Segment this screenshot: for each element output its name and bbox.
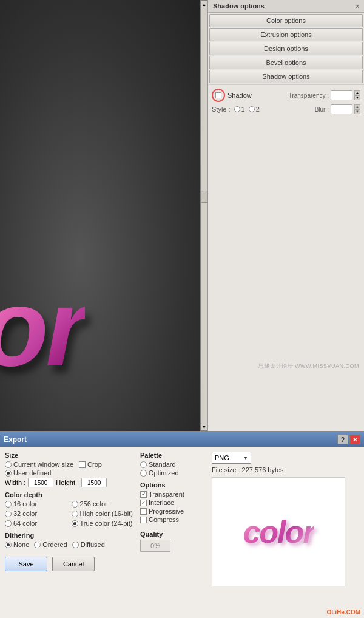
dimensions-row: Width : Height : <box>5 478 135 487</box>
scroll-thumb[interactable] <box>201 191 208 203</box>
blur-spin-up[interactable]: ▲ <box>354 104 360 109</box>
style-2-dot[interactable] <box>249 106 255 112</box>
256color-label: 256 color <box>80 500 107 508</box>
32color-radio[interactable] <box>5 511 12 517</box>
256color-radio[interactable] <box>72 501 78 508</box>
help-button[interactable]: ? <box>337 435 348 444</box>
transparency-input[interactable] <box>331 90 352 100</box>
none-label: None <box>13 541 29 548</box>
optimized-radio[interactable] <box>140 470 147 477</box>
spin-down[interactable]: ▼ <box>354 95 360 100</box>
dropdown-arrow: ▼ <box>243 455 248 461</box>
color-options-btn[interactable]: Color options <box>209 14 363 27</box>
mid-column: Palette Standard Optimized Options Trans… <box>140 452 207 613</box>
progressive-checkbox[interactable] <box>140 508 147 515</box>
highcolor-radio[interactable] <box>72 511 78 517</box>
style-1-dot[interactable] <box>234 106 240 112</box>
style-1-radio[interactable]: 1 <box>234 106 245 113</box>
standard-row[interactable]: Standard <box>140 461 207 468</box>
crop-label: Crop <box>87 461 102 468</box>
user-defined-radio[interactable] <box>5 470 12 477</box>
left-column: Size Current window size Crop User defin… <box>5 452 135 613</box>
canvas-3d-text: or <box>0 273 85 382</box>
watermark: 思缘设计论坛 WWW.MISSVUAN.COM <box>258 362 359 370</box>
ordered-label: Ordered <box>42 541 67 548</box>
truecolor-row[interactable]: True color (24-bit) <box>72 520 136 527</box>
progressive-label: Progressive <box>149 508 184 515</box>
truecolor-radio[interactable] <box>72 520 78 527</box>
cancel-button[interactable]: Cancel <box>52 557 95 571</box>
none-radio[interactable] <box>5 542 12 548</box>
optimized-label: Optimized <box>149 469 179 477</box>
standard-radio[interactable] <box>140 461 147 468</box>
shadow-checkbox-circle[interactable] <box>212 89 225 102</box>
vertical-scrollbar[interactable]: ▲ ▼ <box>200 0 207 431</box>
close-icon[interactable]: × <box>356 3 359 10</box>
64color-radio[interactable] <box>5 520 12 527</box>
dialog-titlebar: Export ? ✕ <box>0 432 364 447</box>
transparent-checkbox[interactable] <box>140 491 147 498</box>
16color-radio[interactable] <box>5 501 12 508</box>
preview-3d-text: color <box>243 514 314 550</box>
transparent-row[interactable]: Transparent <box>140 491 207 498</box>
interlace-label: Interlace <box>149 499 174 506</box>
diffused-radio[interactable] <box>72 542 79 548</box>
64color-row[interactable]: 64 color <box>5 520 69 527</box>
height-input[interactable] <box>81 478 107 487</box>
user-defined-row[interactable]: User defined <box>5 469 135 477</box>
highcolor-row[interactable]: High color (16-bit) <box>72 510 136 517</box>
extrusion-options-btn[interactable]: Extrusion options <box>209 28 363 41</box>
transparency-spinner[interactable]: ▲ ▼ <box>354 90 360 100</box>
format-dropdown[interactable]: PNG ▼ <box>212 452 251 464</box>
shadow-checkbox[interactable] <box>215 92 221 98</box>
none-row[interactable]: None <box>5 541 29 548</box>
style-2-radio[interactable]: 2 <box>249 106 260 113</box>
compress-checkbox[interactable] <box>140 517 147 523</box>
bevel-options-btn[interactable]: Bevel options <box>209 56 363 69</box>
compress-row[interactable]: Compress <box>140 516 207 523</box>
256color-row[interactable]: 256 color <box>72 500 136 508</box>
current-window-radio[interactable] <box>5 461 12 468</box>
ordered-row[interactable]: Ordered <box>34 541 67 548</box>
blur-spin-down[interactable]: ▼ <box>354 109 360 114</box>
interlace-row[interactable]: Interlace <box>140 499 207 506</box>
export-dialog: Export ? ✕ Size Current window size Crop <box>0 431 364 618</box>
close-button[interactable]: ✕ <box>349 435 360 444</box>
save-button[interactable]: Save <box>5 557 47 571</box>
palette-section: Palette Standard Optimized <box>140 452 207 478</box>
dialog-title: Export <box>4 435 27 444</box>
scroll-down-arrow[interactable]: ▼ <box>201 423 208 431</box>
optimized-row[interactable]: Optimized <box>140 469 207 477</box>
blur-spinner[interactable]: ▲ ▼ <box>354 104 360 114</box>
blur-input[interactable] <box>331 104 352 114</box>
titlebar-buttons: ? ✕ <box>337 435 360 444</box>
width-input[interactable] <box>28 478 53 487</box>
quality-input <box>140 540 170 552</box>
32color-label: 32 color <box>13 510 37 517</box>
blur-label: Blur : <box>315 106 329 113</box>
current-window-label: Current window size <box>13 461 73 468</box>
scroll-up-arrow[interactable]: ▲ <box>201 0 208 8</box>
spin-up[interactable]: ▲ <box>354 90 360 95</box>
32color-row[interactable]: 32 color <box>5 510 69 517</box>
dialog-buttons: Save Cancel <box>5 557 135 571</box>
design-options-btn[interactable]: Design options <box>209 42 363 55</box>
options-section: Options Transparent Interlace Progressiv… <box>140 481 207 525</box>
ordered-radio[interactable] <box>34 542 41 548</box>
16color-row[interactable]: 16 color <box>5 500 69 508</box>
64color-label: 64 color <box>13 520 37 527</box>
interlace-checkbox[interactable] <box>140 500 147 506</box>
crop-checkbox[interactable] <box>79 461 86 468</box>
diffused-row[interactable]: Diffused <box>72 541 105 548</box>
shadow-options-panel: Shadow Transparency : ▲ ▼ Style : 1 <box>208 84 364 118</box>
user-defined-label: User defined <box>13 469 51 477</box>
progressive-row[interactable]: Progressive <box>140 508 207 515</box>
shadow-options-btn[interactable]: Shadow options <box>209 70 363 83</box>
palette-title: Palette <box>140 452 207 459</box>
credit-text: OLiHe.COM <box>326 609 360 616</box>
crop-row[interactable]: Crop <box>79 461 102 468</box>
shadow-label: Shadow <box>228 92 252 99</box>
style-label: Style : <box>212 106 231 113</box>
menu-buttons: Color options Extrusion options Design o… <box>208 13 364 84</box>
current-window-row[interactable]: Current window size Crop <box>5 461 135 468</box>
